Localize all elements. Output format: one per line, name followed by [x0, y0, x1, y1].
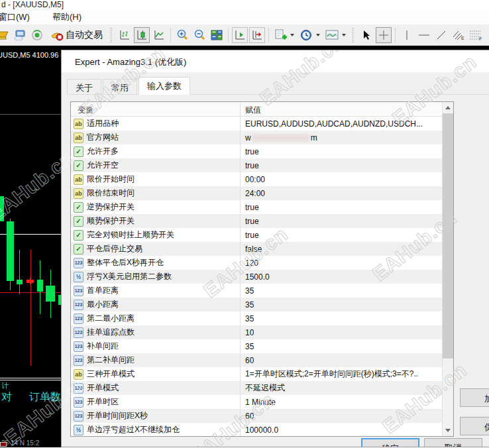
- line-chart-icon[interactable]: [151, 27, 167, 43]
- param-name-cell[interactable]: ½浮亏X美元启用第二参数: [71, 271, 240, 282]
- param-value-cell[interactable]: true: [240, 217, 259, 226]
- candle-chart-icon[interactable]: [134, 27, 150, 43]
- param-value-cell[interactable]: wm: [240, 133, 317, 142]
- save-button[interactable]: 保: [460, 417, 489, 435]
- param-value-cell[interactable]: 120: [240, 258, 258, 268]
- scroll-down-icon[interactable]: [443, 425, 453, 436]
- vertical-line-icon[interactable]: [399, 27, 415, 43]
- param-name-cell[interactable]: ab适用品种: [71, 118, 240, 129]
- new-order-icon[interactable]: [272, 27, 288, 43]
- param-value-cell[interactable]: 10: [240, 328, 254, 337]
- param-value-cell[interactable]: true: [240, 147, 259, 156]
- cursor-icon[interactable]: [358, 27, 374, 43]
- toolbar-drag-handle[interactable]: [352, 28, 355, 42]
- param-name-cell[interactable]: ✓顺势保护开关: [71, 215, 240, 227]
- param-value-cell[interactable]: 不延迟模式: [240, 382, 285, 394]
- timeframe-dropdown-icon[interactable]: [316, 34, 320, 36]
- param-value-cell[interactable]: 35: [240, 314, 254, 323]
- cancel-button[interactable]: 取消: [424, 438, 482, 447]
- scrollbar-thumb[interactable]: [443, 113, 453, 359]
- param-name-cell[interactable]: 123第二补单间距: [71, 355, 240, 366]
- crosshair-icon[interactable]: [376, 27, 392, 43]
- param-row[interactable]: ab适用品种EURUSD,AUDUSD,AUDCAD,AUDNZD,USDCH.…: [71, 117, 442, 131]
- fibonacci-icon[interactable]: F: [468, 27, 484, 43]
- param-row[interactable]: ab三种开单模式1=开单时区模式;2=开单时间间距(秒)模式;3=不?..: [71, 367, 442, 381]
- chart-shift-icon[interactable]: [232, 27, 248, 43]
- param-name-cell[interactable]: ✓平仓后停止交易: [71, 243, 240, 254]
- tab-2[interactable]: 输入参数: [138, 77, 190, 95]
- scroll-up-icon[interactable]: [443, 102, 453, 113]
- menu-help[interactable]: 帮助(H): [46, 10, 88, 25]
- param-name-cell[interactable]: 123开单时区: [71, 396, 240, 408]
- param-row[interactable]: 123开单时区1 Minute: [71, 395, 442, 409]
- param-row[interactable]: 123第二最小距离35: [71, 311, 442, 325]
- param-row[interactable]: ab限价开始时间00:00: [71, 172, 442, 186]
- param-value-cell[interactable]: 35: [240, 286, 254, 296]
- param-row[interactable]: 123补单间距35: [71, 339, 442, 353]
- param-row[interactable]: 123第二补单间距60: [71, 353, 442, 367]
- ok-button[interactable]: 确定: [361, 438, 419, 447]
- auto-scroll-icon[interactable]: [249, 27, 265, 43]
- param-value-cell[interactable]: 24:00: [240, 189, 265, 198]
- zoom-in-icon[interactable]: [174, 27, 190, 43]
- bar-chart-icon[interactable]: [117, 27, 133, 43]
- param-value-cell[interactable]: true: [240, 203, 259, 212]
- param-row[interactable]: 123最小距离35: [71, 298, 442, 311]
- param-row[interactable]: ½浮亏X美元启用第二参数1500.0: [71, 270, 442, 284]
- param-name-cell[interactable]: 123整体平仓后X秒再开仓: [71, 257, 240, 268]
- column-divider[interactable]: [240, 102, 241, 436]
- param-value-cell[interactable]: true: [240, 161, 259, 170]
- param-name-cell[interactable]: ab限价开始时间: [71, 174, 240, 185]
- param-value-cell[interactable]: 35: [240, 342, 254, 351]
- param-value-cell[interactable]: 60: [240, 412, 254, 421]
- param-name-cell[interactable]: 123第二最小距离: [71, 313, 240, 324]
- horizontal-line-icon[interactable]: [416, 27, 432, 43]
- parameters-table[interactable]: 变量 赋值 ab适用品种EURUSD,AUDUSD,AUDCAD,AUDNZD,…: [70, 101, 454, 437]
- column-header-variable[interactable]: 变量: [78, 105, 93, 116]
- param-row[interactable]: 123开单模式不延迟模式: [71, 381, 442, 395]
- param-row[interactable]: ✓顺势保护开关true: [71, 214, 442, 228]
- param-row[interactable]: ab限价结束时间24:00: [71, 186, 442, 200]
- column-header-value[interactable]: 赋值: [245, 105, 261, 116]
- toolbar-drag-handle[interactable]: [110, 28, 113, 42]
- param-value-cell[interactable]: 60: [240, 356, 254, 365]
- param-value-cell[interactable]: 00:00: [240, 175, 265, 184]
- param-name-cell[interactable]: 123补单间距: [71, 341, 240, 352]
- param-value-cell[interactable]: EURUSD,AUDUSD,AUDCAD,AUDNZD,USDCH...: [240, 119, 423, 129]
- param-value-cell[interactable]: 1500.0: [240, 272, 270, 282]
- tab-1[interactable]: 常用: [103, 79, 137, 95]
- param-value-cell[interactable]: 35: [240, 300, 254, 309]
- new-order-dropdown-icon[interactable]: [290, 34, 294, 36]
- param-value-cell[interactable]: 1 Minute: [240, 398, 276, 407]
- param-name-cell[interactable]: ab三种开单模式: [71, 368, 240, 380]
- tab-0[interactable]: 关于: [67, 79, 101, 95]
- param-row[interactable]: 123整体平仓后X秒再开仓120: [71, 256, 442, 270]
- param-value-cell[interactable]: 1=开单时区模式;2=开单时间间距(秒)模式;3=不?..: [240, 368, 418, 380]
- param-name-cell[interactable]: 123首单距离: [71, 285, 240, 296]
- dialog-titlebar[interactable]: Expert - Amazing3.1 (优化版): [62, 50, 489, 72]
- param-name-cell[interactable]: ½单边浮亏超过X不继续加仓: [71, 424, 240, 435]
- param-value-cell[interactable]: 100000.0: [240, 425, 278, 435]
- vertical-scrollbar[interactable]: [442, 102, 453, 436]
- param-name-cell[interactable]: ✓逆势保护开关: [71, 201, 240, 213]
- param-value-cell[interactable]: true: [240, 231, 259, 240]
- param-row[interactable]: ✓允许开空true: [71, 158, 442, 172]
- param-row[interactable]: ½单边浮亏超过X不继续加仓100000.0: [71, 423, 442, 437]
- gold-bar-icon[interactable]: [0, 27, 11, 43]
- menu-window[interactable]: 窗口(W): [0, 10, 36, 25]
- indicators-icon[interactable]: [324, 27, 340, 43]
- timeframe-clock-icon[interactable]: [298, 27, 314, 43]
- param-name-cell[interactable]: 123最小距离: [71, 299, 240, 310]
- zoom-out-icon[interactable]: [191, 27, 207, 43]
- param-name-cell[interactable]: ✓完全对锁时挂上顺势开关: [71, 229, 240, 241]
- equidistant-channel-icon[interactable]: E: [451, 27, 466, 43]
- param-value-cell[interactable]: false: [240, 245, 262, 254]
- tile-windows-icon[interactable]: [209, 27, 225, 43]
- param-row[interactable]: 123开单时间间距X秒60: [71, 409, 442, 423]
- terminal-icon[interactable]: [12, 27, 28, 43]
- param-row[interactable]: 123首单距离35: [71, 284, 442, 298]
- param-row[interactable]: ✓平仓后停止交易false: [71, 242, 442, 256]
- signal-icon[interactable]: [29, 27, 45, 43]
- load-button[interactable]: 加: [460, 388, 489, 407]
- param-row[interactable]: ✓逆势保护开关true: [71, 200, 442, 214]
